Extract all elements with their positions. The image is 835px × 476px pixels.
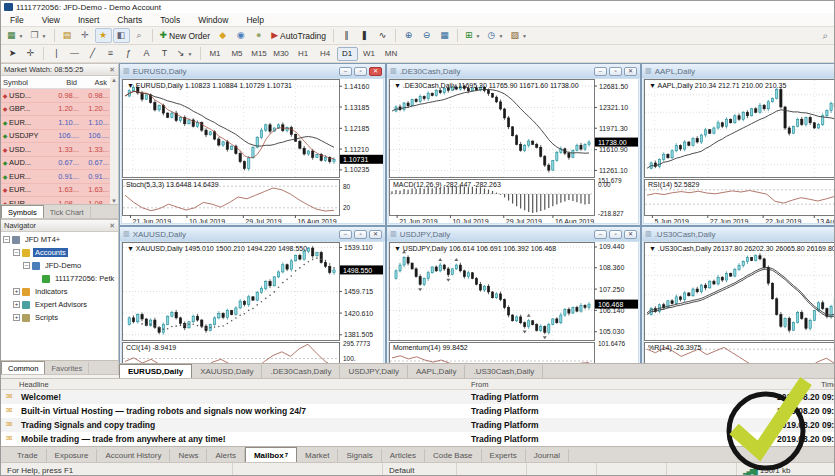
chart-window-us30[interactable]: ▥.US30Cash,Daily–▫✕▼ .US30Cash,Daily 261…: [641, 226, 835, 363]
timeframe-m15[interactable]: M15: [249, 47, 270, 61]
new-chart-button[interactable]: ▦▼: [4, 28, 26, 43]
menu-window[interactable]: Window: [189, 13, 237, 26]
market-watch-row[interactable]: ◆GBP...1.20...1.20...: [1, 103, 118, 117]
timeframe-h4[interactable]: H4: [315, 47, 336, 61]
tab-alerts[interactable]: Alerts: [207, 449, 244, 462]
chart-titlebar[interactable]: ▥.US30Cash,Daily–▫✕: [642, 227, 835, 241]
navigator-toggle[interactable]: ★: [95, 28, 112, 43]
scroll-up-icon[interactable]: ▲: [111, 77, 117, 83]
minimize-button[interactable]: –: [594, 67, 607, 76]
chart-titlebar[interactable]: ▥USDJPY,Daily–▫✕: [387, 227, 640, 241]
timeframe-mn[interactable]: MN: [381, 47, 402, 61]
horizontal-line-tool[interactable]: —: [66, 46, 83, 61]
column-time[interactable]: Time: [821, 380, 835, 389]
arrows-tool[interactable]: ↘▼: [174, 46, 196, 61]
chart-titlebar[interactable]: ▥XAUUSD,Daily–▫✕: [120, 227, 385, 241]
data-window-toggle[interactable]: ✛: [77, 28, 94, 43]
search-icon[interactable]: ⌕: [822, 30, 828, 42]
minimize-button[interactable]: –: [594, 230, 607, 239]
market-watch-row[interactable]: ◆EUR...1.08...1.08...: [1, 197, 118, 204]
tab-signals[interactable]: Signals: [338, 449, 381, 462]
navigator-item-jfd-demo[interactable]: –JFD-Demo: [1, 259, 118, 272]
mailbox-row[interactable]: ✉Welcome!Trading Platform2019.08.20 09:: [1, 390, 835, 404]
tab-experts[interactable]: Experts: [482, 449, 526, 462]
vertical-line-tool[interactable]: |: [48, 46, 65, 61]
tab-symbols[interactable]: Symbols: [1, 205, 44, 218]
timeframe-w1[interactable]: W1: [359, 47, 380, 61]
tab-exposure[interactable]: Exposure: [47, 449, 98, 462]
timeframe-h1[interactable]: H1: [293, 47, 314, 61]
chart-tab-aapl-daily[interactable]: AAPL,Daily: [408, 365, 465, 378]
column-bid[interactable]: Bid: [51, 78, 79, 87]
chart-titlebar[interactable]: ▥EURUSD,Daily–▫✕: [120, 64, 385, 78]
timeframe-m30[interactable]: M30: [271, 47, 292, 61]
restore-button[interactable]: ▫: [609, 67, 622, 76]
timeframe-m1[interactable]: M1: [205, 47, 226, 61]
line-chart-button[interactable]: ∿: [374, 28, 391, 43]
candlestick-chart-button[interactable]: ❚: [356, 28, 373, 43]
mql5-community-button[interactable]: ◉: [232, 28, 249, 43]
strategy-tester-toggle[interactable]: ⌕: [131, 28, 148, 43]
close-button[interactable]: ✕: [624, 230, 637, 239]
chart-window-eurusd[interactable]: ▥EURUSD,Daily–▫✕1.141601.131851.121851.1…: [119, 63, 386, 226]
mailbox-row[interactable]: ✉Built-in Virtual Hosting — trading robo…: [1, 404, 835, 418]
chart-tab-eurusd-daily[interactable]: EURUSD,Daily: [119, 364, 192, 378]
label-tool[interactable]: T: [156, 46, 173, 61]
market-watch-scrollbar[interactable]: ▲▼: [110, 77, 118, 204]
fibonacci-tool[interactable]: ƒ: [120, 46, 137, 61]
market-watch-row[interactable]: ◆AUD...0.67...0.67...: [1, 157, 118, 171]
minimize-button[interactable]: –: [339, 230, 352, 239]
close-icon[interactable]: ✕: [109, 222, 115, 230]
expand-icon[interactable]: +: [13, 288, 20, 295]
timeframe-d1[interactable]: D1: [337, 47, 358, 61]
mailbox-row[interactable]: ✉Mobile trading — trade from anywhere at…: [1, 432, 835, 446]
column-ask[interactable]: Ask: [79, 78, 109, 87]
market-watch-row[interactable]: ◆EUR...0.91...0.91...: [1, 170, 118, 184]
menu-insert[interactable]: Insert: [69, 13, 108, 26]
tile-windows-button[interactable]: ▦: [436, 28, 453, 43]
autotrading-button[interactable]: ▶AutoTrading: [268, 28, 329, 43]
chart-window-aapl[interactable]: ▥AAPL,Daily–▫✕▼ AAPL,Daily 210.34 212.71…: [641, 63, 835, 226]
trendline-tool[interactable]: ╱: [84, 46, 101, 61]
status-profile[interactable]: Default: [383, 463, 457, 476]
tab-market[interactable]: Market: [297, 449, 338, 462]
navigator-item-scripts[interactable]: +Scripts: [1, 311, 118, 324]
close-icon[interactable]: ✕: [109, 66, 115, 74]
close-button[interactable]: ✕: [624, 67, 637, 76]
close-button[interactable]: ✕: [369, 230, 382, 239]
zoom-out-button[interactable]: ⊖: [418, 28, 435, 43]
menu-file[interactable]: File: [1, 13, 33, 26]
market-watch-row[interactable]: ◆USD...1.33...1.33...: [1, 143, 118, 157]
tab-mailbox[interactable]: Mailbox7: [245, 447, 297, 462]
close-button[interactable]: ✕: [369, 67, 382, 76]
chart-tab-xauusd-daily[interactable]: XAUUSD,Daily: [192, 365, 262, 378]
timeframe-m5[interactable]: M5: [227, 47, 248, 61]
menu-charts[interactable]: Charts: [108, 13, 151, 26]
menu-help[interactable]: Help: [237, 13, 272, 26]
collapse-icon[interactable]: –: [3, 236, 10, 243]
menu-tools[interactable]: Tools: [151, 13, 189, 26]
column-from[interactable]: From: [471, 380, 489, 389]
restore-button[interactable]: ▫: [609, 230, 622, 239]
vps-button[interactable]: ●: [250, 28, 267, 43]
menu-view[interactable]: View: [33, 13, 69, 26]
bar-chart-button[interactable]: ∥: [338, 28, 355, 43]
tab-journal[interactable]: Journal: [526, 449, 569, 462]
tab-common[interactable]: Common: [1, 361, 45, 374]
metaeditor-button[interactable]: ◆: [214, 28, 231, 43]
chart-window-de30[interactable]: ▥.DE30Cash,Daily–▫✕12681.5012321.1011971…: [386, 63, 641, 226]
chart-titlebar[interactable]: ▥.DE30Cash,Daily–▫✕: [387, 64, 640, 78]
tab-code-base[interactable]: Code Base: [425, 449, 482, 462]
new-order-button[interactable]: ✚New Order: [157, 28, 214, 43]
collapse-icon[interactable]: –: [23, 262, 30, 269]
zoom-in-button[interactable]: ⊕: [400, 28, 417, 43]
column-symbol[interactable]: Symbol: [1, 78, 51, 87]
market-watch-row[interactable]: ◆EUR...1.63...1.63...: [1, 184, 118, 198]
chart-window-usdjpy[interactable]: ▥USDJPY,Daily–▫✕109.440108.360107.250106…: [386, 226, 641, 363]
restore-button[interactable]: ▫: [354, 230, 367, 239]
navigator-item-1111772056-petk[interactable]: 1111772056: Petk: [1, 272, 118, 285]
restore-button[interactable]: ▫: [354, 67, 367, 76]
chart-tab-usdjpy-daily[interactable]: USDJPY,Daily: [340, 365, 408, 378]
chart-window-xauusd[interactable]: ▥XAUUSD,Daily–▫✕1539.1101459.7151420.610…: [119, 226, 386, 363]
market-watch-row[interactable]: ◆USD...0.98...0.98...: [1, 89, 118, 103]
